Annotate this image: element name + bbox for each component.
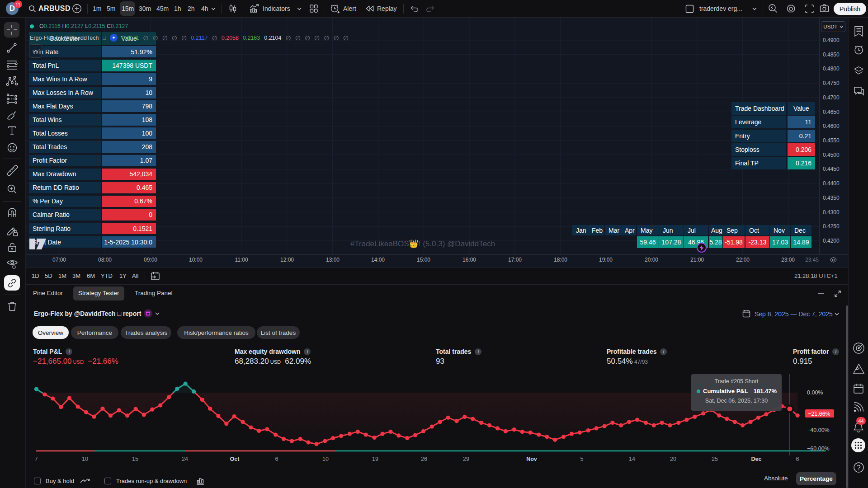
svg-text:14: 14 xyxy=(629,456,635,462)
svg-text:5: 5 xyxy=(580,456,584,462)
svg-text:20: 20 xyxy=(670,456,676,462)
svg-text:26: 26 xyxy=(421,456,427,462)
svg-text:−21.66%: −21.66% xyxy=(808,411,830,417)
svg-text:25: 25 xyxy=(712,456,718,462)
svg-text:0.00%: 0.00% xyxy=(807,389,823,396)
svg-text:Dec: Dec xyxy=(751,456,762,462)
svg-text:7: 7 xyxy=(35,456,38,462)
svg-text:24: 24 xyxy=(182,456,188,462)
svg-text:15: 15 xyxy=(132,456,138,462)
svg-text:6: 6 xyxy=(275,456,278,462)
svg-text:6: 6 xyxy=(796,456,799,462)
svg-text:−60.00%: −60.00% xyxy=(807,446,830,452)
svg-text:10: 10 xyxy=(322,456,329,462)
svg-text:−40.00%: −40.00% xyxy=(807,427,830,433)
svg-text:Nov: Nov xyxy=(526,456,537,462)
svg-text:Oct: Oct xyxy=(230,456,240,462)
svg-text:10: 10 xyxy=(82,456,88,462)
svg-text:29: 29 xyxy=(463,456,469,462)
svg-text:19: 19 xyxy=(372,456,378,462)
